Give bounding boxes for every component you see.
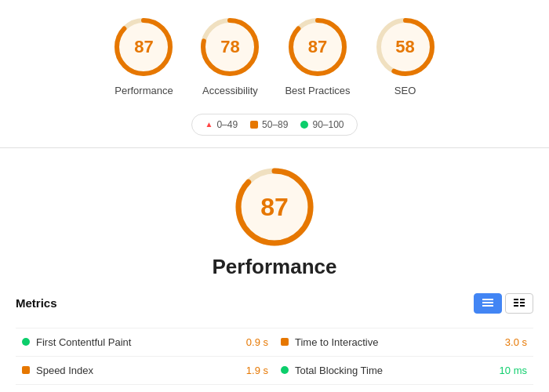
metric-row-tbt: Total Blocking Time 10 ms <box>274 356 533 384</box>
dot-tbt <box>281 366 289 374</box>
legend: ▲ 0–49 50–89 90–100 <box>191 114 357 136</box>
legend-item-mid: 50–89 <box>250 119 288 130</box>
detail-view-button[interactable] <box>505 293 533 314</box>
metric-row-fcp: First Contentful Paint 0.9 s <box>16 328 274 356</box>
score-card-seo: 58 SEO <box>374 16 437 98</box>
view-toggle <box>474 293 533 314</box>
score-value-best-practices: 87 <box>308 37 327 57</box>
score-value-accessibility: 78 <box>220 37 239 57</box>
svg-rect-12 <box>482 305 493 307</box>
metric-row-cls: Cumulative Layout Shift 0 <box>274 384 533 392</box>
metric-name-si: Speed Index <box>36 365 93 376</box>
score-card-best-practices: 87 Best Practices <box>285 16 350 98</box>
metric-left-si: Speed Index <box>22 365 93 376</box>
gauge-best-practices: 87 <box>286 16 349 78</box>
metric-name-fcp: First Contentful Paint <box>36 336 131 348</box>
triangle-icon: ▲ <box>205 120 213 129</box>
metric-left-tbt: Total Blocking Time <box>281 365 383 376</box>
score-card-accessibility: 78 Accessibility <box>198 16 261 98</box>
gauge-seo: 58 <box>374 16 437 78</box>
list-view-button[interactable] <box>474 293 502 314</box>
gauge-accessibility: 78 <box>198 16 261 78</box>
metric-value-tti: 3.0 s <box>505 336 527 348</box>
score-value-performance: 87 <box>134 37 153 57</box>
metric-value-si: 1.9 s <box>246 365 268 376</box>
score-card-performance: 87 Performance <box>112 16 175 98</box>
dot-fcp <box>22 338 30 346</box>
svg-rect-11 <box>482 302 493 303</box>
legend-range-low: 0–49 <box>216 119 238 130</box>
circle-icon <box>300 121 308 129</box>
metric-value-fcp: 0.9 s <box>246 336 268 348</box>
metrics-grid: First Contentful Paint 0.9 s Time to Int… <box>16 328 533 392</box>
svg-rect-17 <box>514 305 518 307</box>
metric-row-tti: Time to Interactive 3.0 s <box>274 328 533 356</box>
square-icon <box>250 121 258 129</box>
score-label-best-practices: Best Practices <box>285 85 350 98</box>
metric-left-fcp: First Contentful Paint <box>22 336 131 348</box>
legend-range-high: 90–100 <box>312 119 344 130</box>
score-label-performance: Performance <box>115 85 173 98</box>
metric-name-tbt: Total Blocking Time <box>295 365 383 376</box>
svg-rect-10 <box>482 299 493 300</box>
main-gauge: 87 <box>231 164 318 250</box>
svg-rect-16 <box>520 302 525 303</box>
dot-si <box>22 366 30 374</box>
score-value-seo: 58 <box>395 37 414 57</box>
metric-row-si: Speed Index 1.9 s <box>16 356 274 384</box>
metric-value-tbt: 10 ms <box>500 365 527 376</box>
detail-icon <box>514 298 525 309</box>
metric-name-tti: Time to Interactive <box>295 336 378 348</box>
gauge-performance: 87 <box>112 16 175 78</box>
main-gauge-container: 87 Performance <box>16 164 533 279</box>
dot-tti <box>281 338 289 346</box>
bottom-section: 87 Performance Metrics <box>0 148 549 392</box>
metric-row-lcp: Largest Contentful Paint 1.7 s <box>16 384 274 392</box>
svg-rect-15 <box>514 302 518 303</box>
svg-rect-13 <box>514 299 518 300</box>
list-icon <box>482 298 493 309</box>
legend-item-low: ▲ 0–49 <box>205 119 238 130</box>
metric-left-tti: Time to Interactive <box>281 336 378 348</box>
metrics-header: Metrics <box>16 287 533 320</box>
score-label-seo: SEO <box>394 85 416 98</box>
svg-rect-18 <box>520 305 525 307</box>
svg-rect-14 <box>520 299 525 300</box>
metrics-label: Metrics <box>16 296 57 310</box>
main-title: Performance <box>213 255 337 279</box>
top-section: 87 Performance 78 Accessibility <box>0 0 549 148</box>
score-label-accessibility: Accessibility <box>202 85 258 98</box>
legend-item-high: 90–100 <box>300 119 344 130</box>
score-cards: 87 Performance 78 Accessibility <box>112 16 436 98</box>
legend-range-mid: 50–89 <box>262 119 288 130</box>
main-score-value: 87 <box>260 192 289 221</box>
